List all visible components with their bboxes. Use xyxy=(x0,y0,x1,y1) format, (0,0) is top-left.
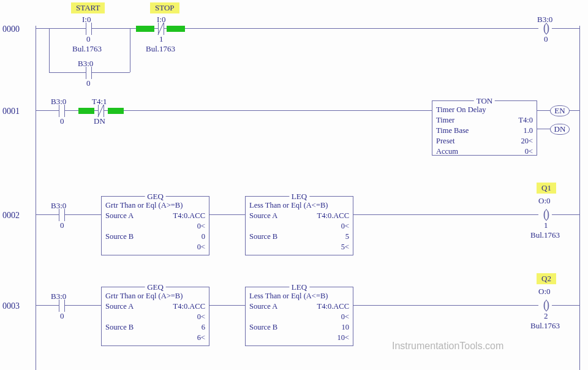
r1-tdn-addr: T4:1 xyxy=(92,97,107,107)
ton-l2k: Timer xyxy=(436,115,454,126)
rung0-wire xyxy=(36,28,579,29)
start-addr: I:0 xyxy=(82,15,91,25)
left-rail xyxy=(36,26,36,370)
ton-dn-wire xyxy=(536,129,551,129)
r2-geq-sac: 0< xyxy=(197,221,205,232)
r2-geq-sbv: 0 xyxy=(202,232,205,242)
r2-leq-sbk: Source B xyxy=(249,232,277,242)
r0-coil-bit: 0 xyxy=(544,34,548,44)
r1-b3-bit: 0 xyxy=(60,116,64,126)
ton-title: TON xyxy=(474,96,495,107)
r0-coil-addr: B3:0 xyxy=(537,15,552,25)
ton-l2v: T4:0 xyxy=(518,115,533,126)
start-label: START xyxy=(71,2,105,13)
seal-addr: B3:0 xyxy=(78,59,93,69)
r3-geq-title: GEQ xyxy=(145,282,166,293)
start-contact[interactable] xyxy=(80,23,98,35)
r3-leq-title: LEQ xyxy=(289,282,309,293)
q1-card: Bul.1763 xyxy=(530,230,560,240)
start-card: Bul.1763 xyxy=(72,44,102,54)
ton-l4v: 20< xyxy=(521,136,533,146)
r3-b3-addr: B3:0 xyxy=(51,292,66,301)
r3-leq-sav: T4:0.ACC xyxy=(317,301,349,312)
rung-number-1: 0001 xyxy=(2,107,20,116)
stop-card: Bul.1763 xyxy=(146,44,175,54)
q1-addr: O:0 xyxy=(538,196,551,206)
ton-l5k: Accum xyxy=(436,146,458,157)
r2-geq-sbk: Source B xyxy=(105,232,134,242)
stop-addr: I:0 xyxy=(157,15,165,25)
r3-leq-sac: 0< xyxy=(341,312,349,322)
seal-contact[interactable] xyxy=(80,67,98,79)
watermark: InstrumentationTools.com xyxy=(392,341,503,352)
rung-number-2: 0002 xyxy=(2,211,20,221)
start-bit: 0 xyxy=(86,34,91,44)
r3-leq-sbc: 10< xyxy=(337,333,349,343)
r2-geq-title: GEQ xyxy=(145,191,166,202)
r2-geq-sbc: 0< xyxy=(197,242,205,252)
r1-b3-contact[interactable] xyxy=(53,105,71,117)
r3-b3-bit: 0 xyxy=(60,311,64,321)
ton-block[interactable]: TON Timer On Delay TimerT4:0 Time Base1.… xyxy=(432,100,537,156)
r2-geq-sak: Source A xyxy=(105,211,134,221)
stop-label: STOP xyxy=(150,2,179,13)
ton-l4k: Preset xyxy=(436,136,455,146)
r1-tdn-sub: DN xyxy=(94,116,105,126)
r2-leq-sbc: 5< xyxy=(341,242,349,252)
rung-number-0: 0000 xyxy=(2,25,20,34)
r2-geq[interactable]: GEQ Grtr Than or Eql (A>=B) Source AT4:0… xyxy=(101,196,209,255)
r2-leq-title: LEQ xyxy=(289,191,309,202)
r3-geq-sac: 0< xyxy=(197,312,205,322)
q2-addr: O:0 xyxy=(538,287,551,296)
r3-leq-sbv: 10 xyxy=(342,322,350,333)
q1-label: Q1 xyxy=(537,183,556,194)
rung-number-3: 0003 xyxy=(2,301,20,311)
ton-l3v: 1.0 xyxy=(523,126,533,136)
stop-bit: 1 xyxy=(159,34,164,44)
ton-en-pin: EN xyxy=(550,105,570,116)
r3-leq[interactable]: LEQ Less Than or Eql (A<=B) Source AT4:0… xyxy=(245,287,353,346)
r2-leq-sak: Source A xyxy=(249,211,277,221)
q1-bit: 1 xyxy=(544,221,548,230)
q2-label: Q2 xyxy=(537,273,556,284)
q2-bit: 2 xyxy=(544,311,548,321)
r3-geq-sbk: Source B xyxy=(105,322,134,333)
ton-dn-pin: DN xyxy=(550,124,570,135)
r3-geq[interactable]: GEQ Grtr Than or Eql (A>=B) Source AT4:0… xyxy=(101,287,209,346)
stop-contact[interactable] xyxy=(152,23,170,35)
r2-geq-sav: T4:0.ACC xyxy=(173,211,205,221)
r2-leq-sbv: 5 xyxy=(345,232,349,242)
r3-geq-sbv: 6 xyxy=(202,322,205,333)
r2-leq-sac: 0< xyxy=(341,221,349,232)
r3-geq-sav: T4:0.ACC xyxy=(173,301,205,312)
q1-coil[interactable]: ( ) xyxy=(538,207,552,221)
r2-b3-contact[interactable] xyxy=(53,209,71,221)
r1-b3-addr: B3:0 xyxy=(51,97,66,107)
r3-b3-contact[interactable] xyxy=(53,300,71,312)
r2-leq-sav: T4:0.ACC xyxy=(317,211,349,221)
q2-coil[interactable]: ( ) xyxy=(538,298,552,312)
r2-b3-bit: 0 xyxy=(60,221,64,230)
r1-tdn-contact[interactable] xyxy=(92,105,110,117)
r2-leq[interactable]: LEQ Less Than or Eql (A<=B) Source AT4:0… xyxy=(245,196,353,255)
seal-bit: 0 xyxy=(86,78,91,88)
r3-leq-sbk: Source B xyxy=(249,322,277,333)
ton-l3k: Time Base xyxy=(436,126,469,136)
branch0-right xyxy=(130,28,130,72)
r3-geq-sbc: 6< xyxy=(197,333,205,343)
r3-geq-sak: Source A xyxy=(105,301,134,312)
ton-en-wire xyxy=(536,110,551,111)
ton-l5v: 0< xyxy=(525,146,533,157)
r2-b3-addr: B3:0 xyxy=(51,201,66,211)
branch0-left xyxy=(49,28,50,72)
right-rail xyxy=(579,26,580,370)
q2-card: Bul.1763 xyxy=(530,321,560,331)
r3-leq-sak: Source A xyxy=(249,301,277,312)
